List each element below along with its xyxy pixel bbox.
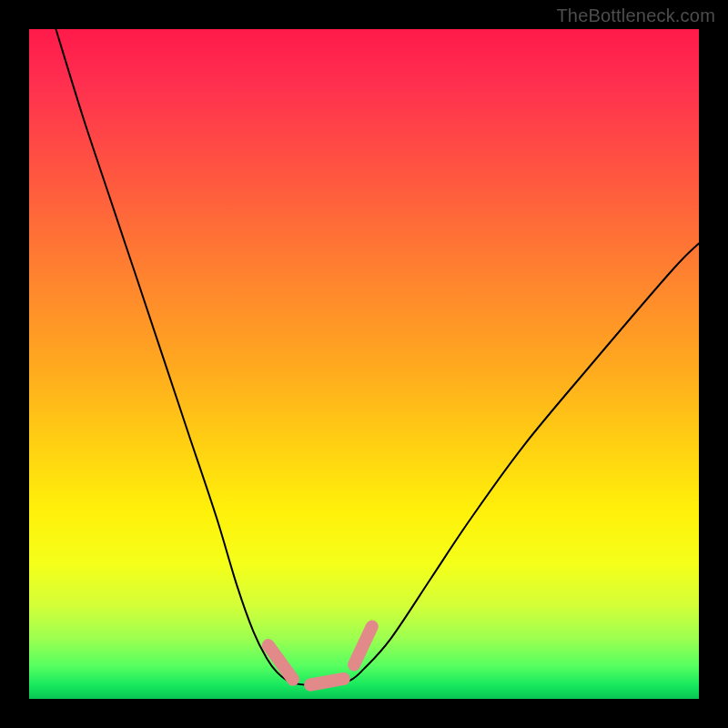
bottleneck-curve-right bbox=[310, 244, 699, 686]
curve-layer bbox=[29, 29, 699, 699]
chart-frame: TheBottleneck.com bbox=[0, 0, 728, 728]
valley-marker-left bbox=[268, 645, 293, 680]
plot-gradient-area bbox=[29, 29, 699, 699]
valley-marker-bottom bbox=[310, 679, 344, 685]
bottleneck-curve-left bbox=[56, 29, 310, 685]
watermark-text: TheBottleneck.com bbox=[556, 5, 715, 26]
valley-marker-right bbox=[354, 627, 372, 665]
